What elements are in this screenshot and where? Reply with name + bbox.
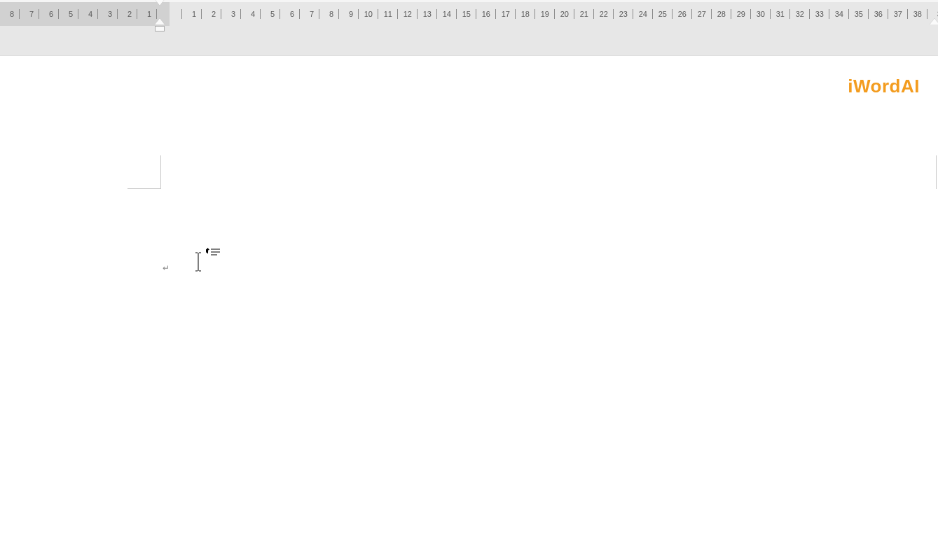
page-margin-corner <box>127 155 161 189</box>
ruler-tick: 2 <box>118 2 137 26</box>
ruler-tick: 12 <box>398 2 418 26</box>
ruler-tick: 18 <box>516 2 535 26</box>
increase-indent-icon[interactable] <box>206 248 221 259</box>
svg-marker-7 <box>206 251 208 254</box>
app-watermark: iWordAI <box>848 76 920 97</box>
ruler-tick: 4 <box>241 2 261 26</box>
ruler-tick: 7 <box>20 2 39 26</box>
ruler-tick: 36 <box>869 2 888 26</box>
ruler-tick: 22 <box>594 2 614 26</box>
ruler-right-area: 1234567891011121314151617181920212223242… <box>170 2 938 26</box>
ruler-tick: 5 <box>261 2 280 26</box>
ruler-tick: 32 <box>790 2 810 26</box>
ruler-tick: 15 <box>457 2 476 26</box>
ruler-spacer-band <box>0 26 938 56</box>
svg-marker-11 <box>206 249 209 252</box>
ruler-tick: 25 <box>653 2 673 26</box>
ruler-tick: 23 <box>614 2 633 26</box>
ruler-tick: 11 <box>378 2 398 26</box>
ruler-tick: 31 <box>771 2 790 26</box>
first-line-indent-marker[interactable] <box>155 0 165 6</box>
page-right-margin-line <box>936 155 937 189</box>
text-cursor-icon <box>195 251 202 272</box>
ruler-tick: 6 <box>280 2 300 26</box>
ruler-tick: 14 <box>437 2 457 26</box>
ruler-tick: 1 <box>182 2 202 26</box>
ruler-tick: 19 <box>535 2 555 26</box>
ruler-tick: 30 <box>751 2 771 26</box>
ruler-tick: 3 <box>221 2 241 26</box>
paragraph-mark: ↵ <box>163 263 170 273</box>
ruler-tick: 26 <box>673 2 692 26</box>
ruler-tick: 2 <box>202 2 221 26</box>
ruler-tick: 4 <box>78 2 98 26</box>
ruler-tick: 24 <box>633 2 653 26</box>
ruler-tick: 5 <box>59 2 78 26</box>
svg-marker-5 <box>206 248 209 250</box>
ruler-tick: 8 <box>0 2 20 26</box>
ruler-tick: 6 <box>39 2 59 26</box>
ruler-tick: 28 <box>712 2 731 26</box>
ruler-tick: 7 <box>300 2 319 26</box>
ruler-tick: 21 <box>574 2 594 26</box>
ruler-tick: 33 <box>810 2 829 26</box>
ruler-tick: 17 <box>496 2 516 26</box>
hanging-indent-marker[interactable] <box>155 18 165 24</box>
ruler-tick: 20 <box>555 2 574 26</box>
ruler-tick: 10 <box>359 2 378 26</box>
document-canvas[interactable]: iWordAI ↵ <box>0 56 938 560</box>
horizontal-ruler[interactable]: 87654321 1234567891011121314151617181920… <box>0 2 938 26</box>
ruler-tick: 9 <box>339 2 359 26</box>
ruler-tick: 29 <box>731 2 751 26</box>
ruler-tick: 35 <box>849 2 869 26</box>
ruler-tick: 1 <box>137 2 157 26</box>
ruler-tick: 27 <box>692 2 712 26</box>
ruler-left-margin: 87654321 <box>0 2 170 26</box>
ruler-tick: 13 <box>418 2 437 26</box>
left-indent-marker[interactable] <box>155 26 165 31</box>
ruler-tick: 38 <box>908 2 927 26</box>
ruler-tick: 34 <box>829 2 849 26</box>
ruler-ticks: 87654321 1234567891011121314151617181920… <box>0 2 938 26</box>
right-indent-marker[interactable] <box>930 18 938 24</box>
ruler-tick: 3 <box>98 2 118 26</box>
ruler-tick <box>170 2 182 26</box>
ruler-tick: 8 <box>319 2 339 26</box>
ruler-tick: 16 <box>476 2 496 26</box>
ruler-tick: 37 <box>888 2 908 26</box>
